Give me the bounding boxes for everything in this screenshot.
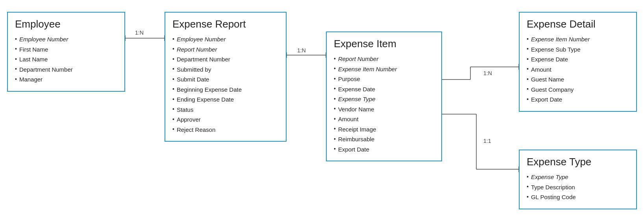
field-er-approver: Approver [172, 115, 279, 125]
field-ei-receipt-image: Receipt Image [334, 124, 434, 135]
field-et-expense-type: Expense Type [527, 172, 629, 182]
field-er-status: Status [172, 105, 279, 115]
entity-expense-report-fields: Employee Number Report Number Department… [172, 34, 279, 135]
entity-expense-detail-fields: Expense Item Number Expense Sub Type Exp… [527, 34, 629, 105]
field-er-ending-expense-date: Ending Expense Date [172, 94, 279, 105]
field-er-reject-reason: Reject Reason [172, 125, 279, 135]
field-ei-vendor-name: Vendor Name [334, 104, 434, 115]
entity-expense-item-title: Expense Item [334, 38, 434, 50]
field-er-beginning-expense-date: Beginning Expense Date [172, 85, 279, 95]
field-ed-expense-date: Expense Date [527, 54, 629, 65]
entity-employee-title: Employee [15, 18, 117, 30]
field-ei-purpose: Purpose [334, 74, 434, 84]
entity-expense-type-fields: Expense Type Type Description GL Posting… [527, 172, 629, 202]
field-er-submit-date: Submit Date [172, 74, 279, 85]
entity-expense-detail-title: Expense Detail [527, 18, 629, 30]
field-et-gl-posting-code: GL Posting Code [527, 192, 629, 202]
entity-expense-detail: Expense Detail Expense Item Number Expen… [519, 12, 637, 112]
field-et-type-description: Type Description [527, 182, 629, 192]
field-ed-guest-name: Guest Name [527, 74, 629, 85]
entity-expense-item-fields: Report Number Expense Item Number Purpos… [334, 54, 434, 154]
field-ei-item-number: Expense Item Number [334, 64, 434, 74]
field-last-name: Last Name [15, 54, 117, 65]
entity-expense-report-title: Expense Report [172, 18, 279, 30]
relation-label-1n-3: 1:N [483, 70, 492, 76]
field-ei-reimbursable: Reimbursable [334, 134, 434, 144]
field-ed-amount: Amount [527, 65, 629, 75]
entity-employee-fields: Employee Number First Name Last Name Dep… [15, 34, 117, 85]
entity-expense-report: Expense Report Employee Number Report Nu… [165, 12, 287, 142]
field-first-name: First Name [15, 44, 117, 55]
field-er-dept-number: Department Number [172, 54, 279, 65]
field-department-number: Department Number [15, 65, 117, 75]
field-ei-export-date: Export Date [334, 144, 434, 155]
field-er-employee-number: Employee Number [172, 34, 279, 44]
field-ei-report-number: Report Number [334, 54, 434, 64]
field-manager: Manager [15, 74, 117, 85]
diagram-container: 1:N 1:N 1:N 1:1 Employee Employee Number… [0, 0, 644, 220]
field-er-report-number: Report Number [172, 44, 279, 55]
field-ed-item-number: Expense Item Number [527, 34, 629, 44]
field-ed-sub-type: Expense Sub Type [527, 44, 629, 55]
relation-label-1n-2: 1:N [297, 47, 306, 54]
field-ed-guest-company: Guest Company [527, 85, 629, 95]
entity-expense-type-title: Expense Type [527, 156, 629, 168]
field-ei-amount: Amount [334, 114, 434, 124]
field-ei-expense-date: Expense Date [334, 84, 434, 94]
field-employee-number: Employee Number [15, 34, 117, 44]
relation-label-1n-1: 1:N [135, 30, 144, 36]
field-ei-expense-type: Expense Type [334, 94, 434, 104]
field-ed-export-date: Export Date [527, 94, 629, 105]
entity-expense-type: Expense Type Expense Type Type Descripti… [519, 150, 637, 209]
field-er-submitted-by: Submitted by [172, 65, 279, 75]
entity-employee: Employee Employee Number First Name Last… [7, 12, 125, 92]
relation-label-1-1: 1:1 [483, 138, 491, 144]
entity-expense-item: Expense Item Report Number Expense Item … [326, 31, 442, 161]
